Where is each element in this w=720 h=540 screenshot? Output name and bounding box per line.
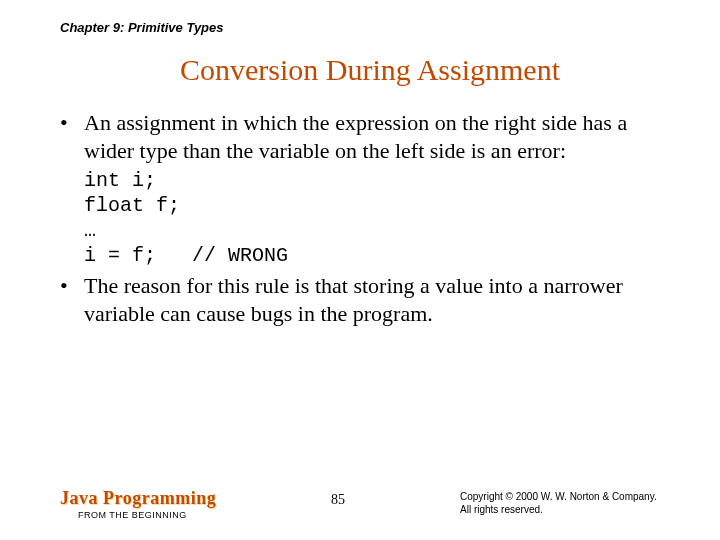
- code-block: int i; float f; … i = f; // WRONG: [84, 168, 680, 268]
- brand-subtitle: FROM THE BEGINNING: [78, 510, 216, 520]
- bullet-item: The reason for this rule is that storing…: [60, 272, 670, 327]
- bullet-list: An assignment in which the expression on…: [60, 109, 680, 164]
- chapter-label: Chapter 9: Primitive Types: [60, 20, 680, 35]
- slide-title: Conversion During Assignment: [60, 53, 680, 87]
- page-number: 85: [331, 492, 345, 508]
- bullet-item: An assignment in which the expression on…: [60, 109, 670, 164]
- copyright-line: Copyright © 2000 W. W. Norton & Company.: [460, 490, 680, 503]
- brand-title: Java Programming: [60, 488, 216, 509]
- footer-left: Java Programming FROM THE BEGINNING: [60, 488, 216, 520]
- bullet-list: The reason for this rule is that storing…: [60, 272, 680, 327]
- copyright-line: All rights reserved.: [460, 503, 680, 516]
- slide: Chapter 9: Primitive Types Conversion Du…: [0, 0, 720, 540]
- footer: Java Programming FROM THE BEGINNING 85 C…: [60, 488, 680, 520]
- copyright: Copyright © 2000 W. W. Norton & Company.…: [460, 490, 680, 516]
